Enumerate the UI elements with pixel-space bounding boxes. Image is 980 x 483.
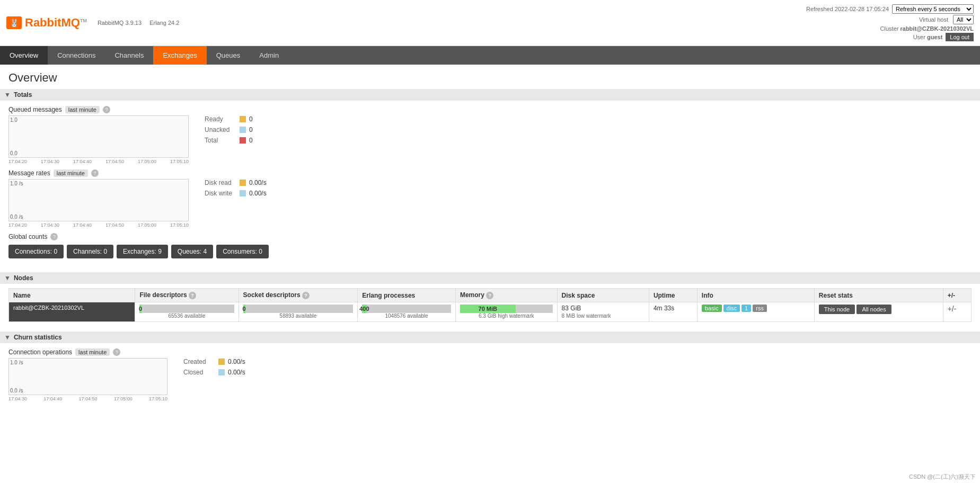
churn-toggle-arrow: ▼	[4, 334, 11, 341]
nodes-toggle-arrow: ▼	[4, 274, 11, 282]
legend-closed: Closed 0.00/s	[183, 369, 245, 376]
nav-overview[interactable]: Overview	[0, 46, 48, 65]
queued-messages-label: Queued messages last minute ?	[8, 106, 972, 113]
col-memory: Memory ?	[455, 289, 557, 302]
exchanges-count[interactable]: Exchanges: 9	[117, 245, 168, 258]
global-counts-help-icon[interactable]: ?	[50, 233, 58, 240]
nav-queues[interactable]: Queues	[207, 46, 250, 65]
nodes-section-content: Name File descriptors ? Socket descripto…	[8, 288, 972, 327]
legend-disk-write: Disk write 0.00/s	[205, 190, 267, 197]
message-rates-legend: Disk read 0.00/s Disk write 0.00/s	[205, 179, 267, 197]
logo: 🐰 RabbitMQTM	[6, 16, 87, 30]
churn-section-label: Churn statistics	[14, 334, 62, 341]
legend-total-dot	[240, 137, 246, 144]
legend-created-dot	[218, 359, 225, 365]
legend-disk-write-dot	[240, 190, 246, 196]
legend-unacked: Unacked 0	[205, 126, 253, 133]
col-reset-stats: Reset stats	[814, 289, 943, 302]
file-desc-available: 65536 available	[139, 313, 234, 319]
totals-section-content: Queued messages last minute ? 1.0 0.0 17…	[8, 106, 972, 268]
user-row: User guest Log out	[806, 33, 974, 41]
channels-count[interactable]: Channels: 0	[67, 245, 113, 258]
queued-messages-help-icon[interactable]: ?	[103, 106, 110, 113]
totals-section-header[interactable]: ▼ Totals	[0, 89, 980, 101]
refresh-row: Refreshed 2022-02-28 17:05:24 Refresh ev…	[806, 4, 974, 14]
refreshed-label: Refreshed 2022-02-28 17:05:24	[806, 6, 889, 12]
vhost-label: Virtual host	[919, 16, 948, 23]
connection-ops-time-badge: last minute	[75, 348, 110, 356]
erlang-processes-cell: 400 1048576 available	[358, 302, 456, 322]
legend-total: Total 0	[205, 137, 253, 144]
col-uptime: Uptime	[649, 289, 697, 302]
churn-legend: Created 0.00/s Closed 0.00/s	[183, 358, 245, 376]
memory-watermark: 6.3 GiB high watermark	[460, 313, 553, 319]
cluster-row: Cluster rabbit@CZBK-20210302VL	[806, 25, 974, 32]
churn-section-content: Connection operations last minute ? 1.0 …	[8, 348, 972, 412]
version-info: RabbitMQ 3.9.13 Erlang 24.2	[98, 20, 186, 26]
logout-button[interactable]: Log out	[946, 33, 974, 41]
nodes-section-header[interactable]: ▼ Nodes	[0, 272, 980, 284]
connection-ops-label: Connection operations last minute ?	[8, 348, 972, 356]
socket-desc-available: 58893 available	[243, 313, 354, 319]
nav-exchanges[interactable]: Exchanges	[153, 46, 206, 65]
col-info: Info	[697, 289, 814, 302]
nav-channels[interactable]: Channels	[105, 46, 153, 65]
col-plus-minus: +/-	[943, 289, 971, 302]
main-content: Overview ▼ Totals Queued messages last m…	[0, 65, 980, 418]
erlang-version: Erlang 24.2	[149, 20, 179, 26]
global-counts-badges: Connections: 0 Channels: 0 Exchanges: 9 …	[8, 245, 972, 258]
erlang-bar: 400	[362, 305, 451, 313]
tag-disc: disc	[723, 305, 740, 312]
legend-disk-read: Disk read 0.00/s	[205, 179, 267, 186]
tag-rss: rss	[753, 305, 767, 312]
col-socket-desc: Socket descriptors ?	[239, 289, 358, 302]
rates-chart-y-bottom: 0.0 /s	[10, 214, 23, 220]
cluster-value: rabbit@CZBK-20210302VL	[900, 25, 974, 32]
rabbitmq-version: RabbitMQ 3.9.13	[98, 20, 142, 26]
vhost-select[interactable]: All	[953, 15, 974, 24]
plus-minus-toggle[interactable]: +/-	[948, 305, 957, 313]
file-desc-bar: 0	[139, 305, 234, 313]
user-value: guest	[927, 34, 942, 40]
this-node-button[interactable]: This node	[819, 305, 855, 314]
table-row: rabbit@CZBK-20210302VL 0 65536 available…	[9, 302, 972, 322]
logo-text: RabbitMQTM	[25, 16, 87, 30]
churn-section-header[interactable]: ▼ Churn statistics	[0, 332, 980, 343]
disk-watermark: 8 MiB low watermark	[562, 313, 611, 319]
chart-x-labels: 17:04:20 17:04:30 17:04:40 17:04:50 17:0…	[8, 159, 189, 164]
tag-1: 1	[741, 305, 751, 312]
col-erlang: Erlang processes	[358, 289, 456, 302]
info-cell: basic disc 1 rss	[697, 302, 814, 322]
all-nodes-button[interactable]: All nodes	[857, 305, 891, 314]
message-rates-help-icon[interactable]: ?	[91, 169, 99, 177]
col-file-desc: File descriptors ?	[135, 289, 239, 302]
queues-count[interactable]: Queues: 4	[171, 245, 213, 258]
connections-count[interactable]: Connections: 0	[8, 245, 64, 258]
message-rates-chart-row: 1.0 /s 0.0 /s 17:04:20 17:04:30 17:04:40…	[8, 179, 972, 228]
legend-closed-dot	[218, 369, 225, 375]
memory-bar: 70 MiB	[460, 305, 553, 313]
consumers-count[interactable]: Consumers: 0	[216, 245, 269, 258]
rates-chart-x-labels: 17:04:20 17:04:30 17:04:40 17:04:50 17:0…	[8, 222, 189, 228]
legend-ready: Ready 0	[205, 115, 253, 123]
totals-section-label: Totals	[14, 91, 32, 99]
nav-connections[interactable]: Connections	[48, 46, 105, 65]
reset-stats-cell: This node All nodes	[814, 302, 943, 322]
legend-unacked-dot	[240, 127, 246, 133]
nav-admin[interactable]: Admin	[250, 46, 288, 65]
chart-y-bottom: 0.0	[10, 150, 17, 156]
connection-ops-help-icon[interactable]: ?	[113, 348, 120, 356]
totals-toggle-arrow: ▼	[4, 91, 11, 99]
churn-chart: 1.0 /s 0.0 /s	[8, 358, 167, 395]
disk-space-cell: 83 GiB8 MiB low watermark	[557, 302, 649, 322]
churn-y-top: 1.0 /s	[10, 360, 23, 365]
erlang-available: 1048576 available	[362, 313, 451, 319]
queued-messages-legend: Ready 0 Unacked 0 Total 0	[205, 115, 253, 144]
refresh-select[interactable]: Refresh every 5 seconds Refresh every 10…	[892, 4, 974, 14]
socket-desc-bar: 0	[243, 305, 354, 313]
col-name: Name	[9, 289, 135, 302]
legend-disk-read-dot	[240, 180, 246, 186]
queued-messages-time-badge: last minute	[65, 106, 100, 113]
message-rates-time-badge: last minute	[54, 169, 88, 177]
churn-x-labels: 17:04:30 17:04:40 17:04:50 17:05:00 17:0…	[8, 396, 167, 401]
